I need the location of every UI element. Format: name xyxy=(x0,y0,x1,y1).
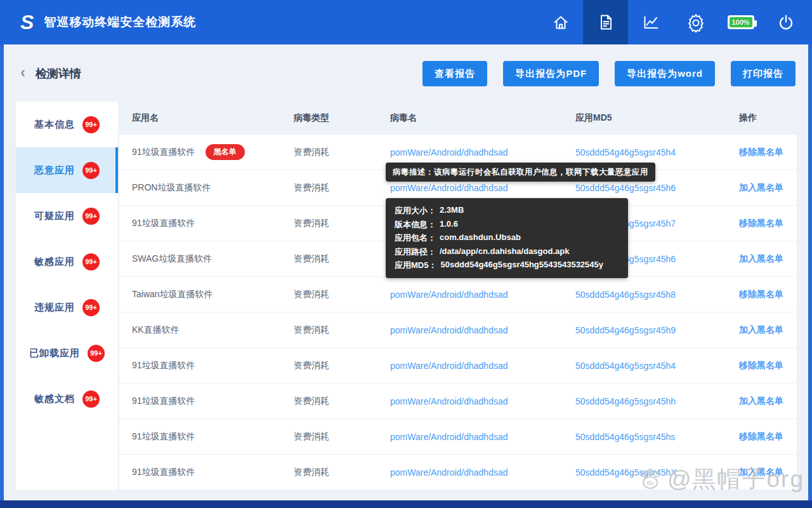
sidebar-item-label: 违规应用 xyxy=(34,302,75,314)
blacklist-action-link[interactable]: 移除黑名单 xyxy=(739,289,783,299)
window-frame-right xyxy=(808,0,812,508)
sidebar-item[interactable]: 基本信息 99+ xyxy=(16,102,118,147)
sidebar-item-badge: 99+ xyxy=(82,208,100,225)
page-title: 检测详情 xyxy=(36,66,81,81)
toolbar-button[interactable]: 导出报告为PDF xyxy=(503,61,599,86)
app-logo: S xyxy=(20,11,34,34)
blacklist-action-link[interactable]: 移除黑名单 xyxy=(739,360,783,370)
toolbar: ‹ 检测详情 查看报告导出报告为PDF导出报告为word打印报告 xyxy=(20,58,796,89)
home-icon[interactable] xyxy=(538,0,583,44)
virus-type: 资费消耗 xyxy=(294,360,390,371)
blacklist-action-link[interactable]: 加入黑名单 xyxy=(739,396,783,406)
table-row: 91垃圾直播软件 资费消耗 pomWare/Android/dhadhdsad … xyxy=(119,384,797,419)
sidebar-item-badge: 99+ xyxy=(82,162,100,179)
table-row: 91垃圾直播软件 资费消耗 pomWare/Android/dhadhdsad … xyxy=(119,348,797,384)
table-row: KK直播软件 资费消耗 pomWare/Android/dhadhdsad 50… xyxy=(119,312,797,348)
app-name: 91垃圾直播软件 xyxy=(132,147,195,158)
back-button[interactable]: ‹ 检测详情 xyxy=(20,66,81,81)
app-md5: 50sddd54g46g5sgsr45h9 xyxy=(575,325,739,335)
app-md5: 50sddd54g46g5sgsr45h4 xyxy=(575,361,739,371)
battery-icon[interactable]: 100% xyxy=(718,0,763,44)
battery-level: 100% xyxy=(731,18,749,26)
sidebar-item[interactable]: 违规应用 99+ xyxy=(16,284,118,330)
report-icon[interactable] xyxy=(583,0,628,44)
column-header: 应用名 xyxy=(132,112,294,124)
chart-icon[interactable] xyxy=(628,0,673,44)
table-body: 91垃圾直播软件 黑名单 资费消耗 pomWare/Android/dhadhd… xyxy=(119,135,797,490)
blacklist-action-link[interactable]: 移除黑名单 xyxy=(739,431,783,441)
virus-type: 资费消耗 xyxy=(294,467,390,478)
virus-type: 资费消耗 xyxy=(294,324,390,336)
tooltip-detail-line: 应用路径：/data/app/cn.dahisha/dasgod.apk xyxy=(395,246,619,258)
app-md5: 50sddd54g46g5sgsr45hs xyxy=(575,432,739,442)
watermark: du @黑帽子org xyxy=(637,464,804,495)
virus-type: 资费消耗 xyxy=(294,147,390,158)
toolbar-button[interactable]: 导出报告为word xyxy=(615,61,715,86)
app-title: 智巡移动终端安全检测系统 xyxy=(44,14,196,30)
app-md5: 50sddd54g46g5sgsr45h8 xyxy=(575,290,739,300)
sidebar-item[interactable]: 恶意应用 99+ xyxy=(16,147,118,193)
blacklist-action-link[interactable]: 加入黑名单 xyxy=(739,324,783,335)
sidebar-item[interactable]: 可疑应用 99+ xyxy=(16,193,118,239)
app-name: PRON垃圾直播软件 xyxy=(132,182,211,194)
chevron-left-icon: ‹ xyxy=(20,65,25,80)
sidebar-item-label: 恶意应用 xyxy=(34,164,75,177)
virus-name-link[interactable]: pomWare/Android/dhadhdsad xyxy=(390,147,508,157)
watermark-paw-icon: du xyxy=(637,465,664,494)
virus-description-tooltip: 病毒描述：该病毒运行时会私自获取用户信息，联网下载大量恶意应用 xyxy=(386,163,655,182)
app-md5: 50sddd54g46g5sgsr45h6 xyxy=(575,183,739,193)
column-header: 病毒名 xyxy=(390,112,575,124)
table-header: 应用名病毒类型病毒名应用MD5操作 xyxy=(119,102,797,135)
app-md5: 50sddd54g46g5sgsr45hh xyxy=(575,396,739,406)
watermark-text: @黑帽子org xyxy=(667,464,804,495)
toolbar-buttons: 查看报告导出报告为PDF导出报告为word打印报告 xyxy=(422,61,796,86)
sidebar-item-label: 已卸载应用 xyxy=(29,347,80,359)
virus-name-link[interactable]: pomWare/Android/dhadhdsad xyxy=(390,467,508,478)
virus-type: 资费消耗 xyxy=(294,182,390,194)
window-frame-bottom xyxy=(0,500,812,508)
virus-name-link[interactable]: pomWare/Android/dhadhdsad xyxy=(390,325,508,335)
column-header: 应用MD5 xyxy=(575,112,739,124)
blacklist-action-link[interactable]: 加入黑名单 xyxy=(739,182,783,192)
virus-type: 资费消耗 xyxy=(294,289,390,300)
virus-type: 资费消耗 xyxy=(294,218,390,229)
sidebar-item-label: 可疑应用 xyxy=(34,210,75,222)
virus-name-link[interactable]: pomWare/Android/dhadhdsad xyxy=(390,396,508,406)
app-name: SWAG垃圾直播软件 xyxy=(132,253,212,265)
sidebar-item-badge: 99+ xyxy=(82,391,100,408)
app-name: KK直播软件 xyxy=(132,324,180,336)
app-name: 91垃圾直播软件 xyxy=(132,360,195,371)
detection-table: 应用名病毒类型病毒名应用MD5操作 91垃圾直播软件 黑名单 资费消耗 pomW… xyxy=(119,102,797,490)
sidebar-item-label: 敏感应用 xyxy=(34,256,75,268)
app-md5: 50sddd54g46g5sgsr45h4 xyxy=(575,147,739,157)
table-row: Taiwan垃圾直播软件 资费消耗 pomWare/Android/dhadhd… xyxy=(119,277,797,312)
app-details-tooltip: 应用大小：2.3MB版本信息：1.0.6应用包名：com.dashdun.Ubs… xyxy=(386,198,628,278)
sidebar-item[interactable]: 已卸载应用 99+ xyxy=(16,330,118,376)
blacklist-action-link[interactable]: 移除黑名单 xyxy=(739,218,783,228)
app-name: 91垃圾直播软件 xyxy=(132,396,195,407)
virus-name-link[interactable]: pomWare/Android/dhadhdsad xyxy=(390,290,508,300)
virus-type: 资费消耗 xyxy=(294,396,390,407)
sidebar-item-badge: 99+ xyxy=(82,299,100,316)
blacklist-action-link[interactable]: 加入黑名单 xyxy=(739,253,783,264)
toolbar-button[interactable]: 打印报告 xyxy=(731,61,796,86)
sidebar-item-label: 敏感文档 xyxy=(34,393,75,405)
virus-type: 资费消耗 xyxy=(294,431,390,443)
sidebar-item-badge: 99+ xyxy=(88,345,105,362)
power-icon[interactable] xyxy=(763,0,808,44)
virus-name-link[interactable]: pomWare/Android/dhadhdsad xyxy=(390,183,508,193)
sidebar-item-badge: 99+ xyxy=(82,253,100,271)
sidebar-item[interactable]: 敏感文档 99+ xyxy=(16,376,118,422)
settings-gear-icon[interactable] xyxy=(673,0,718,44)
column-header: 病毒类型 xyxy=(294,112,390,124)
toolbar-button[interactable]: 查看报告 xyxy=(422,61,487,86)
app-name: Taiwan垃圾直播软件 xyxy=(132,289,213,300)
tooltip-detail-line: 应用MD5：50sddd54g46g5sgsr45hg5543543532545… xyxy=(395,260,619,271)
blacklist-tag: 黑名单 xyxy=(206,144,245,160)
blacklist-action-link[interactable]: 移除黑名单 xyxy=(739,147,783,157)
tooltip-detail-line: 应用大小：2.3MB xyxy=(395,205,619,217)
sidebar-item[interactable]: 敏感应用 99+ xyxy=(16,239,118,284)
app-header: S 智巡移动终端安全检测系统 100% xyxy=(0,0,812,44)
virus-name-link[interactable]: pomWare/Android/dhadhdsad xyxy=(390,361,508,371)
virus-name-link[interactable]: pomWare/Android/dhadhdsad xyxy=(390,432,508,442)
